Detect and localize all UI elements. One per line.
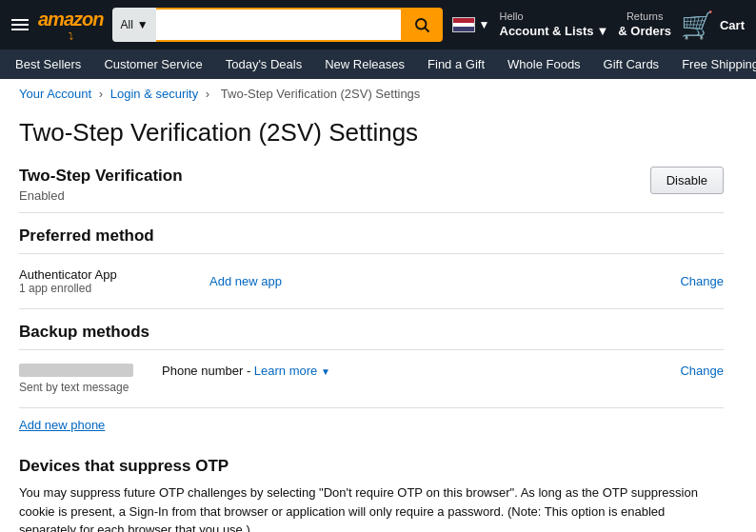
search-input[interactable] [156,8,401,42]
hamburger-menu[interactable] [11,19,29,30]
search-bar: All ▼ [112,8,442,42]
backup-methods-section: Backup methods Sent by text message Phon… [19,309,724,442]
add-phone-row: Add new phone [19,408,724,442]
otp-desc-1: You may suppress future OTP challenges b… [19,483,724,532]
flag-arrow: ▼ [479,18,490,31]
nav-gift-cards[interactable]: Gift Cards [600,55,664,73]
preferred-method-detail: 1 app enrolled [19,282,209,295]
preferred-method-name: Authenticator App [19,267,209,282]
breadcrumb-your-account[interactable]: Your Account [19,87,91,101]
account-label: Account & Lists ▼ [500,24,609,40]
breadcrumb-sep-1: › [99,87,107,101]
otp-title: Devices that suppress OTP [19,457,724,476]
backup-phone-row: Sent by text message Phone number - Lear… [19,350,724,408]
preferred-method-section: Preferred method Authenticator App 1 app… [19,213,724,309]
nav-bar: Best Sellers Customer Service Today's De… [0,49,756,79]
nav-free-shipping[interactable]: Free Shipping [678,55,756,73]
returns-area[interactable]: Returns & Orders [618,10,671,39]
search-button[interactable] [401,8,443,42]
two-step-header: Two-Step Verification Enabled Disable [19,167,724,213]
flag-area[interactable]: ▼ [452,17,490,32]
header: amazon ⤵ All ▼ ▼ Hello Account & Lists ▼… [0,0,756,49]
preferred-method-info: Authenticator App 1 app enrolled [19,267,209,295]
disable-button[interactable]: Disable [650,167,724,194]
add-new-app-link[interactable]: Add new app [209,274,680,288]
phone-number-label: Phone number - Learn more ▼ [162,364,670,378]
preferred-method-title: Preferred method [19,227,724,246]
preferred-method-change-link[interactable]: Change [680,274,724,288]
otp-section: Devices that suppress OTP You may suppre… [19,457,724,532]
backup-phone-info: Sent by text message [19,364,152,394]
svg-line-1 [425,28,428,31]
cart-icon: 🛒 [681,10,714,41]
search-category-label: All [120,18,132,31]
account-arrow: ▼ [596,24,608,40]
two-step-title: Two-Step Verification [19,167,183,186]
learn-more-link[interactable]: Learn more ▼ [254,364,330,378]
breadcrumb-sep-2: › [206,87,213,101]
nav-best-sellers[interactable]: Best Sellers [11,55,85,73]
amazon-logo[interactable]: amazon ⤵ [38,9,103,41]
svg-point-0 [416,19,427,30]
orders-label: & Orders [618,24,671,40]
sent-by-label: Sent by text message [19,381,152,394]
nav-todays-deals[interactable]: Today's Deals [222,55,307,73]
nav-new-releases[interactable]: New Releases [321,55,408,73]
nav-find-gift[interactable]: Find a Gift [424,55,488,73]
logo-text: amazon [38,9,103,30]
main-content: Two-Step Verification (2SV) Settings Two… [0,108,743,532]
two-step-info: Two-Step Verification Enabled [19,167,183,203]
hello-label: Hello [500,10,609,23]
returns-label: Returns [618,10,671,23]
backup-methods-title: Backup methods [19,323,724,342]
add-new-phone-link[interactable]: Add new phone [19,408,105,442]
nav-customer-service[interactable]: Customer Service [100,55,206,73]
search-icon [413,16,430,33]
breadcrumb-login-security[interactable]: Login & security [110,87,199,101]
nav-whole-foods[interactable]: Whole Foods [504,55,585,73]
us-flag [452,17,475,32]
search-category-arrow: ▼ [137,18,149,31]
account-menu[interactable]: Hello Account & Lists ▼ [500,10,609,39]
backup-methods-title-row: Backup methods [19,309,724,350]
logo-smile: ⤵ [69,30,73,41]
cart-area[interactable]: 🛒 Cart [681,10,745,41]
two-step-status: Enabled [19,188,183,203]
breadcrumb: Your Account › Login & security › Two-St… [0,79,756,108]
phone-number-blurred [19,364,133,377]
cart-label: Cart [720,18,745,32]
two-step-section: Two-Step Verification Enabled Disable [19,167,724,213]
search-category-select[interactable]: All ▼ [112,8,155,42]
page-title: Two-Step Verification (2SV) Settings [19,118,724,148]
learn-more-arrow: ▼ [321,366,330,377]
preferred-method-row: Authenticator App 1 app enrolled Add new… [19,254,724,309]
breadcrumb-current: Two-Step Verification (2SV) Settings [221,87,421,101]
backup-change-link[interactable]: Change [680,364,724,378]
preferred-method-title-row: Preferred method [19,213,724,254]
